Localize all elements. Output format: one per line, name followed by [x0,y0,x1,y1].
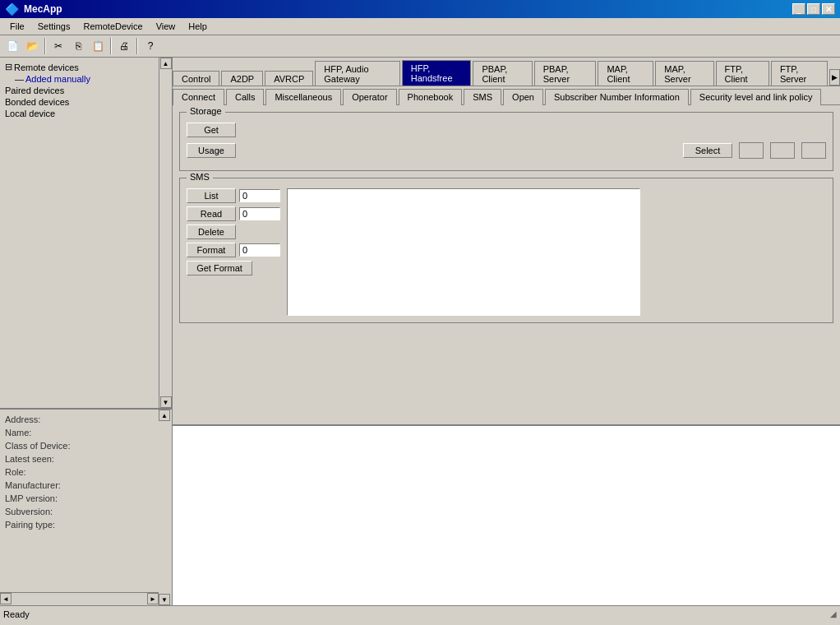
info-hscroll-track [12,593,147,605]
select-button[interactable]: Select [683,143,732,158]
sms-group-box: SMS List Read [179,178,833,323]
storage-row-1: Get [187,123,826,137]
sms-delete-row: Delete [187,225,280,239]
get-button[interactable]: Get [187,123,236,137]
subtab-connect[interactable]: Connect [173,89,224,105]
delete-button[interactable]: Delete [187,225,236,239]
maximize-button[interactable]: □ [807,3,820,15]
usage-button[interactable]: Usage [187,143,236,158]
info-scroll-up[interactable]: ▲ [159,410,170,421]
minimize-button[interactable]: _ [792,3,805,15]
info-hscroll-right[interactable]: ► [147,593,159,604]
menu-settings[interactable]: Settings [31,20,77,33]
subtab-calls[interactable]: Calls [226,89,264,105]
print-button[interactable]: 🖨 [115,37,133,55]
paste-button[interactable]: 📋 [89,37,107,55]
right-panel: Control A2DP AVRCP HFP, Audio Gateway HF… [173,58,840,605]
info-scrollbar: ▲ ▼ [159,410,172,605]
storage-group-label: Storage [187,106,225,116]
read-value-input[interactable] [239,207,280,220]
tree-item-local-device[interactable]: Local device [3,108,155,119]
menu-file[interactable]: File [3,20,31,33]
read-button[interactable]: Read [187,206,236,221]
resize-grip: ◢ [830,609,837,618]
tab-hfp-hf[interactable]: HFP, Handsfree [402,60,472,86]
info-scroll-down[interactable]: ▼ [159,594,170,605]
close-button[interactable]: ✕ [822,3,835,15]
subtab-security[interactable]: Security level and link policy [690,89,822,105]
scroll-down-button[interactable]: ▼ [160,396,172,408]
list-value-input[interactable] [239,189,280,202]
tab-hfp-ag[interactable]: HFP, Audio Gateway [315,61,399,86]
open-button[interactable]: 📂 [23,37,41,55]
sms-getformat-row: Get Format [187,261,280,275]
subtab-misc[interactable]: Miscellaneous [265,89,341,105]
tab-ftp-server[interactable]: FTP, Server [771,61,828,86]
copy-button[interactable]: ⎘ [69,37,87,55]
info-row-latest-seen: Latest seen: [5,452,155,465]
info-label-lmp: LMP version: [5,493,95,503]
sms-text-area[interactable] [287,188,640,316]
subtab-subscriber[interactable]: Subscriber Number Information [545,89,689,105]
subtab-open[interactable]: Open [503,89,543,105]
tab-control[interactable]: Control [173,71,219,86]
tree-item-added-manually[interactable]: — Added manually [13,73,155,85]
app-icon: 🔷 [5,2,19,16]
info-row-role: Role: [5,465,155,479]
bottom-output-panel [173,424,840,605]
sms-group-label: SMS [187,172,213,182]
format-value-input[interactable] [239,243,280,257]
main-tabs-row: Control A2DP AVRCP HFP, Audio Gateway HF… [173,58,840,86]
list-button[interactable]: List [187,188,236,203]
help-button[interactable]: ? [141,37,159,55]
tree-scrollbar: ▲ ▼ [159,58,172,408]
info-label-pairing-type: Pairing type: [5,520,95,530]
tabs-nav-right[interactable]: ▶ [829,69,840,86]
tab-avrcp[interactable]: AVRCP [265,71,313,86]
subtab-operator[interactable]: Operator [343,89,396,105]
app-title: MecApp [24,3,62,15]
content-area: Storage Get Usage Select [173,105,840,424]
info-row-pairing-type: Pairing type: [5,518,155,531]
subtab-sms[interactable]: SMS [464,89,501,105]
cut-button[interactable]: ✂ [49,37,67,55]
info-label-role: Role: [5,467,95,477]
status-text: Ready [3,609,30,619]
storage-checkbox-2[interactable] [770,142,795,159]
tree-item-bonded-devices[interactable]: Bonded devices [3,96,155,108]
new-button[interactable]: 📄 [3,37,21,55]
info-content: Address: Name: Class of Device: Latest s… [0,410,172,605]
menu-help[interactable]: Help [182,20,214,33]
sms-read-row: Read [187,206,280,221]
tree-item-remote-devices[interactable]: ⊟ Remote devices [3,61,155,73]
sms-buttons: List Read Delete Format [187,188,280,275]
menu-view[interactable]: View [150,20,182,33]
toolbar: 📄 📂 ✂ ⎘ 📋 🖨 ? [0,35,840,58]
storage-checkbox-3[interactable] [801,142,826,159]
menu-remote-device[interactable]: RemoteDevice [76,20,149,33]
format-button[interactable]: Format [187,243,236,257]
status-bar: Ready ◢ [0,605,840,622]
info-label-name: Name: [5,428,95,438]
subtab-phonebook[interactable]: Phonebook [399,89,463,105]
info-scroll-track [159,421,172,594]
info-hscroll-left[interactable]: ◄ [0,593,12,604]
info-label-manufacturer: Manufacturer: [5,480,95,490]
tab-a2dp[interactable]: A2DP [221,71,263,86]
tab-pbap-client[interactable]: PBAP, Client [473,61,532,86]
sms-row: List Read Delete Format [187,188,826,316]
storage-checkbox-1[interactable] [739,142,764,159]
tab-ftp-client[interactable]: FTP, Client [716,61,769,86]
left-inner: ⊟ Remote devices — Added manually Paired… [0,58,172,408]
tree-view: ⊟ Remote devices — Added manually Paired… [0,58,159,408]
tree-item-paired-devices[interactable]: Paired devices [3,85,155,96]
tab-pbap-server[interactable]: PBAP, Server [534,61,597,86]
tab-map-server[interactable]: MAP, Server [655,61,713,86]
scroll-up-button[interactable]: ▲ [160,58,172,69]
toolbar-separator-2 [110,38,112,54]
menu-bar: File Settings RemoteDevice View Help [0,18,840,35]
tab-map-client[interactable]: MAP, Client [598,61,653,86]
get-format-button[interactable]: Get Format [187,261,252,275]
storage-group-box: Storage Get Usage Select [179,112,833,171]
tree-expand-icon: ⊟ [5,62,12,72]
